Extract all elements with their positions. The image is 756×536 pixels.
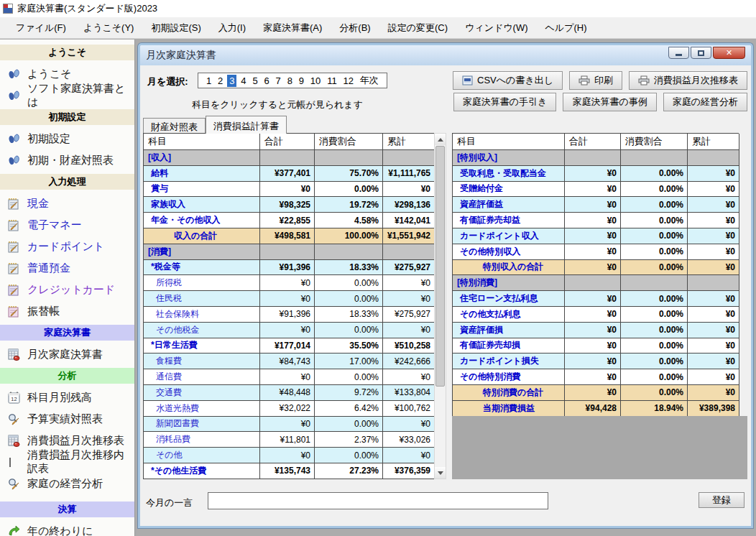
row-total: ¥0 bbox=[565, 213, 621, 228]
table-row[interactable]: 賞与¥00.00%¥0 bbox=[144, 182, 434, 198]
sidebar-item-5-0[interactable]: 年の終わりに bbox=[0, 520, 134, 536]
row-cum: ¥0 bbox=[383, 275, 435, 291]
guide-button[interactable]: 家庭決算書の手引き bbox=[453, 93, 557, 111]
table-row[interactable]: 通信費¥00.00%¥0 bbox=[144, 369, 434, 385]
table-row[interactable]: 住民税¥00.00%¥0 bbox=[144, 291, 434, 307]
csv-export-button[interactable]: CSVへの書き出し bbox=[453, 71, 563, 90]
month-option-5[interactable]: 5 bbox=[250, 75, 259, 87]
sidebar-item-2-2[interactable]: カードポイント bbox=[0, 236, 134, 257]
table-row[interactable]: その他支払利息¥00.00%¥0 bbox=[453, 307, 739, 323]
maximize-button[interactable] bbox=[691, 47, 711, 59]
sidebar-item-2-4[interactable]: クレジットカード bbox=[0, 279, 134, 300]
table-row[interactable]: カードポイント損失¥00.00%¥0 bbox=[453, 354, 739, 369]
month-option-11[interactable]: 11 bbox=[325, 75, 339, 87]
sidebar-item-0-1[interactable]: ソフト家庭決算書とは bbox=[0, 85, 134, 106]
table-row[interactable]: [特別収入] bbox=[453, 150, 739, 166]
table-row[interactable]: 家族収入¥98,32519.72%¥298,136 bbox=[144, 197, 434, 213]
table-row[interactable]: 有価証券売却益¥00.00%¥0 bbox=[453, 213, 739, 228]
month-option-2[interactable]: 2 bbox=[216, 75, 225, 87]
row-total: ¥94,428 bbox=[565, 401, 621, 417]
row-total: ¥84,743 bbox=[260, 354, 315, 369]
menu-item-8[interactable]: ヘルプ(H) bbox=[537, 19, 596, 37]
maximize-icon bbox=[698, 50, 704, 56]
menu-item-2[interactable]: 初期設定(S) bbox=[142, 19, 209, 37]
row-total: ¥0 bbox=[565, 166, 621, 182]
table-row[interactable]: 年金・その他収入¥22,8554.58%¥142,041 bbox=[144, 213, 434, 228]
analysis-button[interactable]: 家庭の経営分析 bbox=[663, 93, 747, 111]
sidebar-item-4-4[interactable]: 家庭の経営分析 bbox=[0, 473, 134, 494]
month-option-10[interactable]: 10 bbox=[308, 75, 323, 87]
monthly-comment-input[interactable] bbox=[208, 492, 548, 509]
minimize-button[interactable] bbox=[668, 47, 689, 59]
month-option-9[interactable]: 9 bbox=[297, 75, 306, 87]
table-row[interactable]: その他特別収入¥00.00%¥0 bbox=[453, 244, 739, 260]
table-row[interactable]: 有価証券売却損¥00.00%¥0 bbox=[453, 338, 739, 354]
table-row[interactable]: 収入の合計¥498,581100.00%¥1,551,942 bbox=[144, 228, 434, 244]
scroll-thumb[interactable] bbox=[435, 146, 445, 387]
table-row[interactable]: 当期消費損益¥94,42818.94%¥389,398 bbox=[453, 401, 739, 417]
table-row[interactable]: *日常生活費¥177,01435.50%¥510,258 bbox=[144, 338, 434, 354]
table-row[interactable]: その他¥00.00%¥0 bbox=[144, 448, 434, 463]
table-row[interactable]: その他税金¥00.00%¥0 bbox=[144, 323, 434, 338]
table-row[interactable]: *税金等¥91,39618.33%¥275,927 bbox=[144, 260, 434, 276]
table-row[interactable]: 交通費¥48,4489.72%¥133,804 bbox=[144, 385, 434, 401]
table-row[interactable]: その他特別消費¥00.00%¥0 bbox=[453, 369, 739, 385]
scroll-down-arrow[interactable] bbox=[435, 467, 446, 479]
table-row[interactable]: 受贈給付金¥00.00%¥0 bbox=[453, 182, 739, 198]
table-row[interactable]: 受取利息・受取配当金¥00.00%¥0 bbox=[453, 166, 739, 182]
tab-1[interactable]: 消費損益計算書 bbox=[206, 116, 287, 134]
table-row[interactable]: 社会保険料¥91,39618.33%¥275,927 bbox=[144, 307, 434, 323]
table-row[interactable]: *その他生活費¥135,74327.23%¥376,359 bbox=[144, 463, 434, 479]
sidebar-item-1-0[interactable]: 初期設定 bbox=[0, 128, 134, 149]
month-option-年次[interactable]: 年次 bbox=[358, 73, 381, 88]
sidebar-item-4-3[interactable]: 消費損益月次推移内訳表 bbox=[0, 451, 134, 473]
sidebar-item-2-1[interactable]: 電子マネー bbox=[0, 214, 134, 236]
menu-item-7[interactable]: ウィンドウ(W) bbox=[456, 19, 536, 37]
table-row[interactable]: 食糧費¥84,74317.00%¥242,666 bbox=[144, 354, 434, 369]
table-row[interactable]: 特別消費の合計¥00.00%¥0 bbox=[453, 385, 739, 401]
table-row[interactable]: 所得税¥00.00%¥0 bbox=[144, 275, 434, 291]
menu-item-6[interactable]: 設定の変更(C) bbox=[379, 19, 456, 37]
print-button[interactable]: 印刷 bbox=[569, 71, 622, 90]
register-button[interactable]: 登録 bbox=[699, 492, 745, 508]
menu-item-1[interactable]: ようこそ(Y) bbox=[75, 19, 143, 37]
table-scrollbar[interactable] bbox=[434, 133, 446, 479]
month-option-1[interactable]: 1 bbox=[204, 75, 213, 87]
table-row[interactable]: 住宅ローン支払利息¥00.00%¥0 bbox=[453, 291, 739, 307]
table-row[interactable]: 消耗品費¥11,8012.37%¥33,026 bbox=[144, 432, 434, 448]
scroll-up-arrow[interactable] bbox=[435, 134, 446, 145]
table-row[interactable]: 給料¥377,40175.70%¥1,111,765 bbox=[144, 166, 434, 182]
sidebar-item-2-3[interactable]: 普通預金 bbox=[0, 257, 134, 279]
table-row[interactable]: 水道光熱費¥32,0226.42%¥100,762 bbox=[144, 401, 434, 417]
table-row[interactable]: [収入] bbox=[144, 150, 434, 166]
sidebar-item-2-5[interactable]: 振替帳 bbox=[0, 300, 134, 322]
sidebar-item-label: 初期・財産対照表 bbox=[27, 154, 114, 167]
table-row[interactable]: [特別消費] bbox=[453, 275, 739, 291]
window-titlebar[interactable]: 月次家庭決算書 ✕ bbox=[140, 45, 751, 65]
sidebar-item-2-0[interactable]: 現金 bbox=[0, 193, 134, 214]
tab-0[interactable]: 財産対照表 bbox=[143, 118, 206, 134]
table-row[interactable]: 新聞図書費¥00.00%¥0 bbox=[144, 417, 434, 433]
monthly-trend-button[interactable]: 消費損益月次推移表 bbox=[629, 71, 747, 90]
sidebar-item-3-0[interactable]: 月次家庭決算書 bbox=[0, 343, 134, 365]
menu-item-5[interactable]: 分析(B) bbox=[331, 19, 379, 37]
month-option-12[interactable]: 12 bbox=[341, 75, 356, 87]
month-option-3[interactable]: 3 bbox=[227, 75, 236, 87]
close-button[interactable]: ✕ bbox=[713, 47, 745, 59]
table-row[interactable]: カードポイント収入¥00.00%¥0 bbox=[453, 228, 739, 244]
month-option-6[interactable]: 6 bbox=[262, 75, 271, 87]
table-row[interactable]: 資産評価損¥00.00%¥0 bbox=[453, 323, 739, 338]
menu-item-0[interactable]: ファイル(F) bbox=[7, 19, 75, 37]
sidebar-item-4-1[interactable]: 予算実績対照表 bbox=[0, 408, 134, 430]
table-row[interactable]: [消費] bbox=[144, 244, 434, 260]
menu-item-4[interactable]: 家庭決算書(A) bbox=[254, 19, 331, 37]
sidebar-item-4-0[interactable]: 12科目月別残高 bbox=[0, 387, 134, 408]
menu-item-3[interactable]: 入力(I) bbox=[210, 19, 254, 37]
month-option-8[interactable]: 8 bbox=[285, 75, 295, 87]
month-option-7[interactable]: 7 bbox=[274, 75, 283, 87]
table-row[interactable]: 資産評価益¥00.00%¥0 bbox=[453, 197, 739, 213]
example-button[interactable]: 家庭決算書の事例 bbox=[563, 93, 656, 111]
table-row[interactable]: 特別収入の合計¥00.00%¥0 bbox=[453, 260, 739, 276]
month-option-4[interactable]: 4 bbox=[239, 75, 248, 87]
sidebar-item-1-1[interactable]: 初期・財産対照表 bbox=[0, 149, 134, 171]
